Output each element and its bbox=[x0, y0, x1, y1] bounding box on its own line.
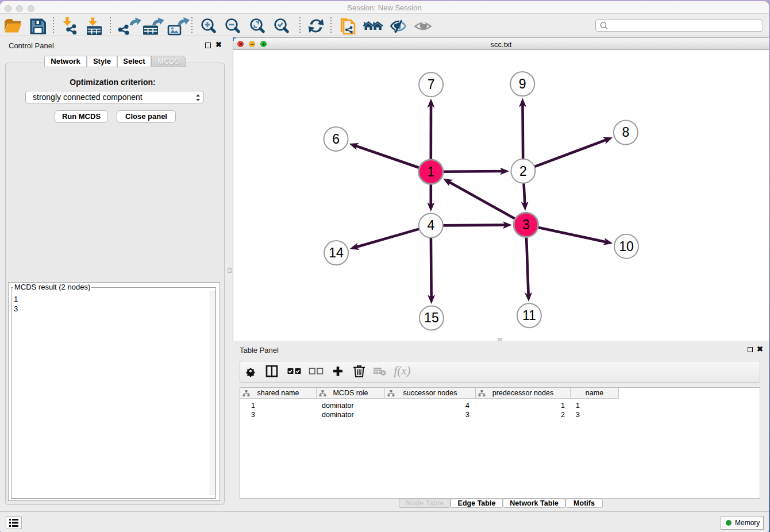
svg-text:9: 9 bbox=[519, 76, 526, 91]
svg-text:f(x): f(x) bbox=[394, 364, 410, 377]
svg-text:1: 1 bbox=[427, 164, 434, 179]
svg-text:4: 4 bbox=[427, 218, 434, 233]
svg-text:2: 2 bbox=[519, 164, 527, 179]
svg-text:14: 14 bbox=[329, 245, 344, 260]
svg-text:8: 8 bbox=[622, 125, 630, 140]
svg-text:10: 10 bbox=[619, 239, 634, 254]
svg-text:6: 6 bbox=[332, 132, 340, 147]
svg-text:3: 3 bbox=[522, 217, 530, 232]
svg-text:15: 15 bbox=[424, 310, 439, 325]
svg-text:7: 7 bbox=[428, 77, 435, 92]
svg-text:11: 11 bbox=[522, 308, 536, 323]
